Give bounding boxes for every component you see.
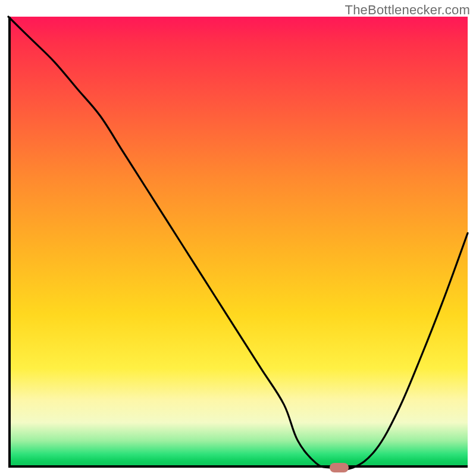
attribution-label: TheBottlenecker.com — [345, 2, 470, 18]
bottleneck-chart: TheBottlenecker.com — [0, 0, 476, 476]
optimal-point-marker — [330, 463, 349, 472]
curve-layer — [8, 17, 468, 468]
plot-area — [8, 17, 468, 468]
bottleneck-curve-path — [8, 17, 468, 469]
